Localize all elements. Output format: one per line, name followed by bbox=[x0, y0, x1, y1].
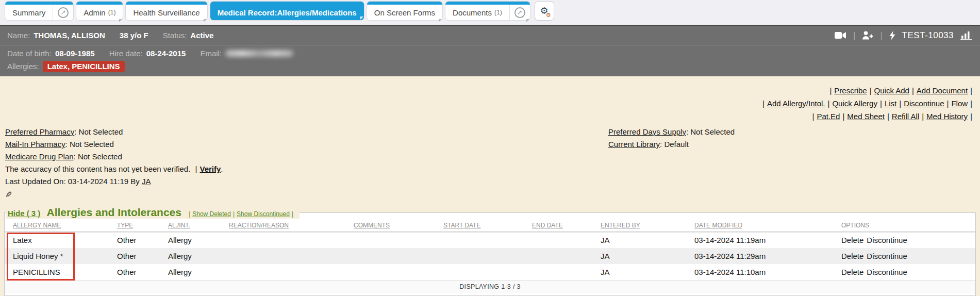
col-start-date[interactable]: START DATE bbox=[441, 219, 530, 232]
action-links-line1: |Prescribe|Quick Add|Add Document| bbox=[0, 84, 975, 97]
mail-in-pharmacy-row: Mail-In Pharmacy: Not Selected bbox=[5, 138, 608, 151]
table-row: PENICILLINS Other Allergy JA 03-14-2024 … bbox=[5, 264, 975, 280]
cell-start-date bbox=[441, 264, 530, 280]
add-document-link[interactable]: Add Document bbox=[917, 86, 968, 95]
tab-summary-label: Summary bbox=[12, 8, 45, 17]
video-camera-icon[interactable] bbox=[835, 31, 846, 39]
tab-documents-jump[interactable]: ↗ bbox=[509, 5, 530, 20]
med-history-link[interactable]: Med History bbox=[926, 112, 968, 121]
tab-medical-record[interactable]: Medical Record:Allergies/Medications bbox=[210, 2, 364, 20]
col-date-modified[interactable]: DATE MODIFIED bbox=[692, 219, 839, 232]
patient-details-bar: Date of birth: 08-09-1985 Hire date: 08-… bbox=[0, 45, 980, 76]
cell-allergy-name: Liquid Honey * bbox=[5, 248, 115, 264]
edit-pencil-icon[interactable]: ✎ bbox=[5, 189, 12, 201]
table-header-row: ALLERGY NAME TYPE AL./INT. REACTION/REAS… bbox=[5, 219, 975, 232]
tab-documents[interactable]: Documents (1) ↗ bbox=[445, 2, 530, 20]
action-links-line2: |Add Allergy/Intol.|Quick Allergy|List|D… bbox=[0, 97, 975, 110]
patient-header-bar: Name: THOMAS, ALLISON 38 y/o F Status: A… bbox=[0, 25, 980, 45]
cell-date-modified: 03-14-2024 11:29am bbox=[692, 248, 839, 264]
pat-ed-link[interactable]: Pat.Ed bbox=[817, 112, 840, 121]
patient-id: TEST-10033 bbox=[902, 30, 954, 41]
discontinue-link[interactable]: Discontinue bbox=[867, 236, 907, 244]
allergies-badge[interactable]: Latex, PENICILLINS bbox=[43, 61, 125, 72]
cell-date-modified: 03-14-2024 11:10am bbox=[692, 264, 839, 280]
dropdown-fold-icon bbox=[204, 19, 207, 22]
col-allergy-name[interactable]: ALLERGY NAME bbox=[5, 219, 115, 232]
hide-link[interactable]: Hide ( 3 ) bbox=[8, 209, 40, 218]
tab-admin-label: Admin bbox=[84, 8, 106, 17]
col-reaction-reason[interactable]: REACTION/REASON bbox=[227, 219, 352, 232]
show-discontinued-link[interactable]: Show Discontinued bbox=[237, 210, 290, 218]
col-al-int[interactable]: AL./INT. bbox=[166, 219, 227, 232]
preferred-days-supply-label[interactable]: Preferred Days Supply bbox=[608, 127, 686, 136]
quick-add-link[interactable]: Quick Add bbox=[874, 86, 909, 95]
flow-link[interactable]: Flow bbox=[951, 99, 968, 108]
table-row: Liquid Honey * Other Allergy JA 03-14-20… bbox=[5, 248, 975, 264]
accuracy-row: The accuracy of this content has not yet… bbox=[5, 163, 608, 175]
verify-link[interactable]: Verify bbox=[200, 165, 221, 173]
settings-button[interactable]: ⚙ ⚙ bbox=[535, 2, 554, 20]
tab-admin[interactable]: Admin (1) bbox=[76, 2, 123, 20]
med-sheet-link[interactable]: Med Sheet bbox=[847, 112, 885, 121]
separator: | bbox=[880, 31, 882, 40]
action-links-line3: |Pat.Ed|Med Sheet|Refill All|Med History… bbox=[0, 110, 975, 123]
email-label: Email: bbox=[200, 49, 222, 58]
refill-all-link[interactable]: Refill All bbox=[892, 112, 919, 121]
delete-link[interactable]: Delete bbox=[841, 268, 863, 276]
cell-al-int: Allergy bbox=[166, 248, 227, 264]
col-options: OPTIONS bbox=[839, 219, 975, 232]
cell-allergy-name: Latex bbox=[5, 232, 115, 248]
cell-end-date bbox=[530, 264, 599, 280]
list-link[interactable]: List bbox=[885, 99, 896, 108]
table-row: Latex Other Allergy JA 03-14-2024 11:19a… bbox=[5, 232, 975, 248]
dropdown-fold-icon bbox=[360, 17, 363, 20]
show-deleted-link[interactable]: Show Deleted bbox=[192, 210, 231, 218]
preferred-days-supply-value: Not Selected bbox=[690, 127, 735, 136]
delete-link[interactable]: Delete bbox=[841, 236, 863, 244]
last-updated-by-link[interactable]: JA bbox=[142, 177, 151, 186]
add-person-icon[interactable] bbox=[862, 31, 873, 40]
medicare-drug-plan-value: Not Selected bbox=[78, 152, 122, 161]
cell-end-date bbox=[530, 232, 599, 248]
col-type[interactable]: TYPE bbox=[115, 219, 166, 232]
col-end-date[interactable]: END DATE bbox=[530, 219, 599, 232]
discontinue-link[interactable]: Discontinue bbox=[904, 99, 944, 108]
cell-entered-by: JA bbox=[599, 264, 692, 280]
prescribe-link[interactable]: Prescribe bbox=[834, 86, 867, 95]
cell-comments bbox=[352, 248, 441, 264]
tab-summary[interactable]: Summary ↗ bbox=[5, 2, 73, 20]
cell-type: Other bbox=[115, 264, 166, 280]
discontinue-link[interactable]: Discontinue bbox=[867, 252, 907, 260]
quick-allergy-link[interactable]: Quick Allergy bbox=[832, 99, 877, 108]
delete-link[interactable]: Delete bbox=[841, 252, 863, 260]
add-allergy-intol-link[interactable]: Add Allergy/Intol. bbox=[767, 99, 825, 108]
cell-reaction bbox=[227, 232, 352, 248]
supply-info-block: Preferred Days Supply: Not Selected Curr… bbox=[608, 126, 735, 201]
bar-chart-icon[interactable] bbox=[960, 30, 973, 40]
tab-bar: Summary ↗ Admin (1) Health Surveillance … bbox=[0, 0, 980, 25]
medicare-drug-plan-label[interactable]: Medicare Drug Plan bbox=[5, 152, 74, 161]
dropdown-fold-icon bbox=[119, 19, 122, 22]
cell-entered-by: JA bbox=[599, 232, 692, 248]
tab-on-screen-forms[interactable]: On Screen Forms bbox=[367, 2, 442, 20]
pharmacy-info-block: Preferred Pharmacy: Not Selected Mail-In… bbox=[5, 126, 608, 201]
tab-summary-jump[interactable]: ↗ bbox=[53, 5, 73, 20]
cell-options: DeleteDiscontinue bbox=[839, 232, 975, 248]
cell-al-int: Allergy bbox=[166, 264, 227, 280]
hire-date-label: Hire date: bbox=[109, 49, 143, 58]
dropdown-fold-icon bbox=[526, 19, 529, 22]
tab-health-surveillance[interactable]: Health Surveillance bbox=[126, 2, 207, 20]
col-entered-by[interactable]: ENTERED BY bbox=[599, 219, 692, 232]
discontinue-link[interactable]: Discontinue bbox=[867, 268, 907, 276]
lightning-bolt-icon[interactable] bbox=[889, 31, 895, 40]
current-library-label[interactable]: Current Library bbox=[608, 140, 660, 149]
mail-in-pharmacy-label[interactable]: Mail-In Pharmacy bbox=[5, 140, 65, 149]
cell-allergy-name: PENICILLINS bbox=[5, 264, 115, 280]
col-comments[interactable]: COMMENTS bbox=[352, 219, 441, 232]
cell-options: DeleteDiscontinue bbox=[839, 264, 975, 280]
preferred-days-supply-row: Preferred Days Supply: Not Selected bbox=[608, 126, 735, 138]
patient-name: THOMAS, ALLISON bbox=[34, 31, 105, 40]
preferred-pharmacy-label[interactable]: Preferred Pharmacy bbox=[5, 127, 74, 136]
name-label: Name: bbox=[7, 31, 30, 40]
accuracy-text: The accuracy of this content has not yet… bbox=[5, 165, 190, 173]
